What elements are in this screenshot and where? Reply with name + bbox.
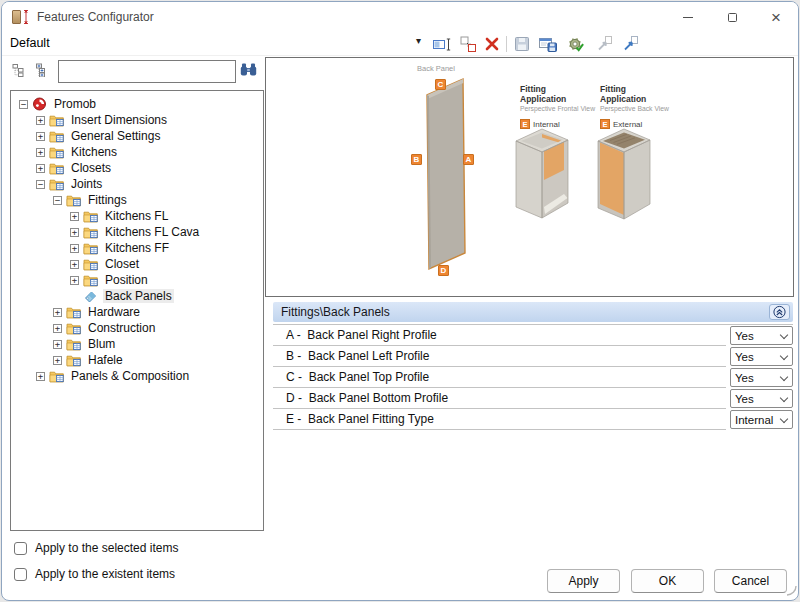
shortcut-icon[interactable] xyxy=(620,35,640,53)
ok-button[interactable]: OK xyxy=(631,569,704,593)
property-value: Yes xyxy=(735,351,780,363)
tree-collapse-icon[interactable]: − xyxy=(53,196,62,205)
tree-item-label: Closets xyxy=(69,161,113,175)
fitting-type-label: Internal xyxy=(533,120,560,129)
property-label: B - Back Panel Left Profile xyxy=(273,346,726,367)
property-value: Yes xyxy=(735,393,780,405)
tree-expand-icon[interactable]: + xyxy=(36,372,45,381)
collapse-all-icon[interactable] xyxy=(12,63,28,77)
tree-item-closets[interactable]: +Closets xyxy=(11,160,263,176)
apply-button[interactable]: Apply xyxy=(547,569,620,593)
search-input[interactable] xyxy=(58,60,236,83)
tree-item-insert-dimensions[interactable]: +Insert Dimensions xyxy=(11,112,263,128)
tree-item-label: General Settings xyxy=(69,129,162,143)
promob-icon xyxy=(32,97,47,111)
property-value: Internal xyxy=(735,414,780,426)
properties-header[interactable]: Fittings\Back Panels xyxy=(273,302,793,322)
tree-expand-icon[interactable]: + xyxy=(53,324,62,333)
apply-existent-row[interactable]: Apply to the existent items xyxy=(14,567,175,581)
profile-combobox[interactable]: Default xyxy=(10,36,50,50)
chevron-double-up-icon xyxy=(772,305,787,319)
tree-item-general-settings[interactable]: +General Settings xyxy=(11,128,263,144)
property-row-a-back-panel-right-profile: A - Back Panel Right ProfileYes xyxy=(273,325,793,346)
tree-item-hardware[interactable]: +Hardware xyxy=(11,304,263,320)
copy-profile-icon[interactable] xyxy=(458,35,478,53)
tree-collapse-icon[interactable]: − xyxy=(19,100,28,109)
tree-item-joints[interactable]: −Joints xyxy=(11,176,263,192)
marker-c: C xyxy=(435,79,446,90)
apply-selected-label: Apply to the selected items xyxy=(35,541,178,555)
property-dropdown[interactable]: Yes xyxy=(730,368,793,387)
tree-expand-icon[interactable]: + xyxy=(53,308,62,317)
apply-selected-row[interactable]: Apply to the selected items xyxy=(14,541,178,555)
expand-all-icon[interactable] xyxy=(34,63,50,77)
property-row-d-back-panel-bottom-profile: D - Back Panel Bottom ProfileYes xyxy=(273,388,793,409)
tree-expand-icon[interactable]: + xyxy=(36,116,45,125)
tree-item-back-panels[interactable]: Back Panels xyxy=(11,288,263,304)
tree-expand-icon[interactable]: + xyxy=(36,164,45,173)
delete-profile-icon[interactable] xyxy=(482,35,502,53)
save-database-icon[interactable] xyxy=(538,35,558,53)
tree-item-position[interactable]: +Position xyxy=(11,272,263,288)
cabinet-frontal-view xyxy=(516,129,568,218)
tree-item-label: Construction xyxy=(86,321,157,335)
tree-item-promob[interactable]: −Promob xyxy=(11,96,263,112)
maximize-button[interactable] xyxy=(710,2,754,32)
tree-expand-icon[interactable]: + xyxy=(36,132,45,141)
tree-item-kitchens-fl-cava[interactable]: +Kitchens FL Cava xyxy=(11,224,263,240)
back-panel-graphic xyxy=(427,79,465,269)
resize-grip[interactable] xyxy=(785,584,797,599)
chevron-down-icon xyxy=(780,332,788,340)
tree-expand-icon[interactable]: + xyxy=(53,340,62,349)
tree-item-closet[interactable]: +Closet xyxy=(11,256,263,272)
close-button[interactable]: × xyxy=(754,2,798,32)
property-label: D - Back Panel Bottom Profile xyxy=(273,388,726,409)
tree-item-label: Kitchens FL Cava xyxy=(103,225,201,239)
rename-profile-icon[interactable] xyxy=(432,35,452,53)
tree-item-kitchens-fl[interactable]: +Kitchens FL xyxy=(11,208,263,224)
maximize-icon xyxy=(728,13,737,22)
property-dropdown[interactable]: Yes xyxy=(730,347,793,366)
tree-item-kitchens[interactable]: +Kitchens xyxy=(11,144,263,160)
apply-existent-checkbox[interactable] xyxy=(14,568,27,581)
collapse-section-button[interactable] xyxy=(769,304,790,320)
tree-item-construction[interactable]: +Construction xyxy=(11,320,263,336)
marker-a: A xyxy=(463,154,474,165)
folder-icon xyxy=(49,369,64,383)
tree-collapse-icon[interactable]: − xyxy=(36,180,45,189)
tree-item-label: Fittings xyxy=(86,193,129,207)
property-dropdown[interactable]: Yes xyxy=(730,389,793,408)
apply-selected-checkbox[interactable] xyxy=(14,542,27,555)
tree-item-kitchens-ff[interactable]: +Kitchens FF xyxy=(11,240,263,256)
cancel-button[interactable]: Cancel xyxy=(714,569,787,593)
cabinet-back-view xyxy=(598,129,650,219)
tree-expand-icon[interactable]: + xyxy=(70,212,79,221)
close-icon: × xyxy=(771,9,781,26)
tree-expand-icon[interactable]: + xyxy=(53,356,62,365)
tree-expand-icon[interactable]: + xyxy=(70,244,79,253)
tree-expand-icon[interactable]: + xyxy=(70,260,79,269)
property-dropdown[interactable]: Internal xyxy=(730,410,793,429)
find-binoculars-icon[interactable] xyxy=(240,62,257,80)
tree-expand-icon[interactable]: + xyxy=(70,228,79,237)
property-row-e-back-panel-fitting-type: E - Back Panel Fitting TypeInternal xyxy=(273,409,793,430)
apply-settings-icon[interactable] xyxy=(566,35,586,53)
properties-section: Fittings\Back Panels A - Back Panel Righ… xyxy=(273,302,793,430)
tree-item-panels-composition[interactable]: +Panels & Composition xyxy=(11,368,263,384)
tree-expand-icon[interactable]: + xyxy=(70,276,79,285)
combo-dropdown-arrow-icon[interactable]: ▾ xyxy=(416,35,421,46)
property-value: Yes xyxy=(735,330,780,342)
minimize-button[interactable] xyxy=(666,2,710,32)
property-dropdown[interactable]: Yes xyxy=(730,326,793,345)
shortcut-disabled-icon xyxy=(594,35,614,53)
chevron-down-icon xyxy=(780,374,788,382)
toolbar-separator xyxy=(506,36,507,52)
folder-icon xyxy=(83,257,98,271)
tree-expand-icon[interactable]: + xyxy=(36,148,45,157)
property-row-b-back-panel-left-profile: B - Back Panel Left ProfileYes xyxy=(273,346,793,367)
tree-item-blum[interactable]: +Blum xyxy=(11,336,263,352)
folder-icon xyxy=(66,193,81,207)
tree-item-fittings[interactable]: −Fittings xyxy=(11,192,263,208)
folder-icon xyxy=(66,305,81,319)
tree-item-hafele[interactable]: +Hafele xyxy=(11,352,263,368)
